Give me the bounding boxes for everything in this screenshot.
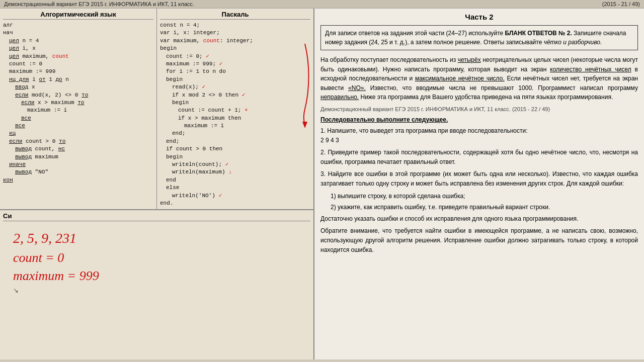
pascal-line: maximum := i bbox=[160, 122, 310, 130]
pascal-line: var i, x: integer; bbox=[160, 29, 310, 37]
underline-four: четырёх bbox=[458, 56, 481, 63]
alg-line: если mod(x, 2) <> 0 то bbox=[3, 92, 153, 99]
pascal-line: begin bbox=[160, 76, 310, 83]
pascal-line: begin bbox=[160, 153, 310, 161]
pascal-line: if count > 0 then bbox=[160, 145, 310, 153]
task3-sub2: 2) укажите, как исправить ошибку, т.е. п… bbox=[320, 203, 638, 212]
pascal-line: count := count + 1; + bbox=[160, 107, 310, 114]
right-panel: Часть 2 Для записи ответов на задания эт… bbox=[314, 9, 644, 359]
pascal-line: writeln(maximum) ↓ bbox=[160, 168, 310, 176]
pascal-col: Паскаль const n = 4; var i, x: integer; … bbox=[157, 9, 313, 209]
alg-line: вывод count, нс bbox=[3, 145, 153, 153]
pascal-line: maximum := 999; ✓ bbox=[160, 60, 310, 68]
sequential-title: Последовательно выполните следующее. bbox=[320, 116, 638, 123]
si-header: Си bbox=[3, 212, 310, 221]
instruction-em: чётко и разборчиво. bbox=[544, 39, 602, 46]
underline-count: количество нечётных чисел bbox=[550, 66, 631, 73]
instruction-bold: БЛАНК ОТВЕТОВ № 2. bbox=[505, 30, 572, 37]
pascal-line: end. bbox=[160, 200, 310, 207]
main-container: Алгоритмический язык алг нач цел n = 4 ц… bbox=[0, 9, 644, 359]
alg-line: алг bbox=[3, 22, 153, 29]
main-text: На обработку поступает последовательност… bbox=[320, 55, 638, 102]
alg-line: ввод x bbox=[3, 83, 153, 91]
pascal-line: var maximum, count: integer; bbox=[160, 37, 310, 45]
pascal-line: begin bbox=[160, 45, 310, 52]
handwritten-area: 2, 5, 9, 231 count = 0 maximum = 999 ↘ bbox=[3, 225, 310, 299]
instruction-text: Для записи ответов на задания этой части… bbox=[325, 30, 626, 46]
pascal-line: count := 0; ✓ bbox=[160, 53, 310, 60]
alg-line: вывод maximum bbox=[3, 153, 153, 161]
left-panel: Алгоритмический язык алг нач цел n = 4 ц… bbox=[0, 9, 314, 359]
alg-line: если count > 0 то bbox=[3, 138, 153, 145]
underline-max: максимальное нечётное число. bbox=[415, 75, 505, 82]
hw-count: count = 0 bbox=[13, 250, 300, 265]
pascal-line: const n = 4; bbox=[160, 22, 310, 29]
task2: 2. Приведите пример такой последовательн… bbox=[320, 148, 638, 166]
pascal-line: for i := 1 to n do bbox=[160, 68, 310, 75]
alg-col: Алгоритмический язык алг нач цел n = 4 ц… bbox=[0, 9, 157, 209]
task3-sub1: 1) выпишите строку, в которой сделана ош… bbox=[320, 192, 638, 201]
top-bar-left: Демонстрационный вариант ЕГЭ 2015 г. ИНФ… bbox=[4, 1, 194, 7]
pascal-line: else bbox=[160, 184, 310, 192]
alg-line: цел n = 4 bbox=[3, 37, 153, 45]
alg-line: кон bbox=[3, 176, 153, 184]
part-title: Часть 2 bbox=[320, 13, 638, 21]
alg-line: maximum := 999 bbox=[3, 68, 153, 75]
alg-line: вывод "NO" bbox=[3, 168, 153, 176]
underline-no: «NO». bbox=[348, 84, 366, 92]
footer-note: Демонстрационный вариант ЕГЭ 2015 г. ИНФ… bbox=[320, 106, 638, 112]
alg-header: Алгоритмический язык bbox=[3, 11, 153, 20]
pascal-line: end; bbox=[160, 138, 310, 145]
alg-line: все bbox=[3, 115, 153, 122]
top-bar: Демонстрационный вариант ЕГЭ 2015 г. ИНФ… bbox=[0, 0, 644, 9]
alg-line: иначе bbox=[3, 161, 153, 168]
top-bar-right: (2015 - 21 / 49) bbox=[602, 1, 640, 7]
pascal-line: if x mod 2 <> 0 then ✓ bbox=[160, 92, 310, 99]
task3-note: Достаточно указать ошибки и способ их ис… bbox=[320, 214, 638, 224]
pascal-line: writeln('NO') ✓ bbox=[160, 192, 310, 200]
si-section: Си 2, 5, 9, 231 count = 0 maximum = 999 … bbox=[0, 210, 313, 359]
hw-sequence: 2, 5, 9, 231 bbox=[13, 230, 300, 246]
task1: 1. Напишите, что выведет эта программа п… bbox=[320, 126, 638, 145]
pascal-line: begin bbox=[160, 99, 310, 107]
hw-maximum: maximum = 999 bbox=[13, 268, 300, 284]
alg-line: нц для i от 1 до n bbox=[3, 76, 153, 83]
underline-wrong: неправильно. bbox=[320, 94, 359, 101]
alg-line: все bbox=[3, 122, 153, 130]
pascal-line: writeln(count); ✓ bbox=[160, 161, 310, 168]
pascal-line: read(x); ✓ bbox=[160, 83, 310, 91]
task3-note2: Обратите внимание, что требуется найти о… bbox=[320, 226, 638, 254]
alg-line: нач bbox=[3, 29, 153, 37]
instruction-box: Для записи ответов на задания этой части… bbox=[320, 25, 638, 50]
cursor-indicator: ↘ bbox=[13, 287, 300, 294]
alg-line: цел i, x bbox=[3, 45, 153, 52]
pascal-header: Паскаль bbox=[160, 11, 310, 20]
code-table: Алгоритмический язык алг нач цел n = 4 ц… bbox=[0, 9, 313, 210]
alg-line: maximum := i bbox=[3, 107, 153, 114]
pascal-line: end; bbox=[160, 130, 310, 137]
alg-line: count := 0 bbox=[3, 60, 153, 68]
alg-line: кц bbox=[3, 130, 153, 137]
alg-line: цел maximum, count bbox=[3, 53, 153, 60]
task3: 3. Найдите все ошибки в этой программе (… bbox=[320, 169, 638, 188]
pascal-line: end bbox=[160, 176, 310, 184]
pascal-line: if x > maximum then bbox=[160, 115, 310, 122]
alg-line: если x > maximum то bbox=[3, 99, 153, 107]
